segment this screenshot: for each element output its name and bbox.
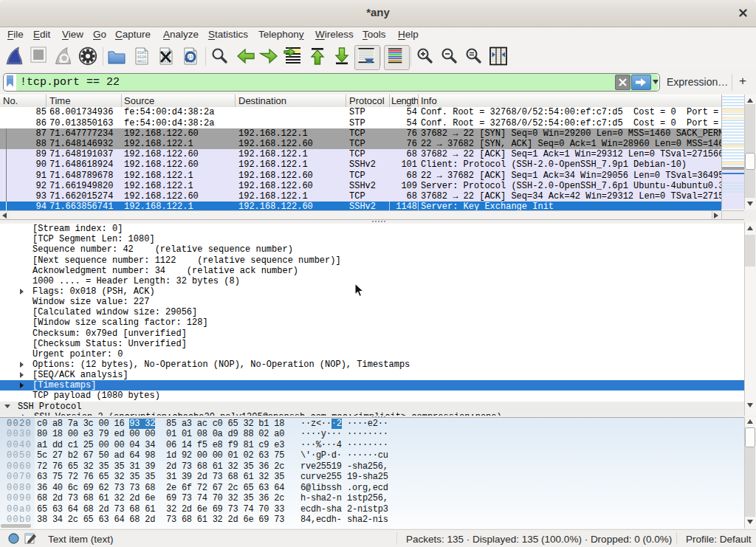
svg-text:0011: 0011	[137, 59, 146, 63]
